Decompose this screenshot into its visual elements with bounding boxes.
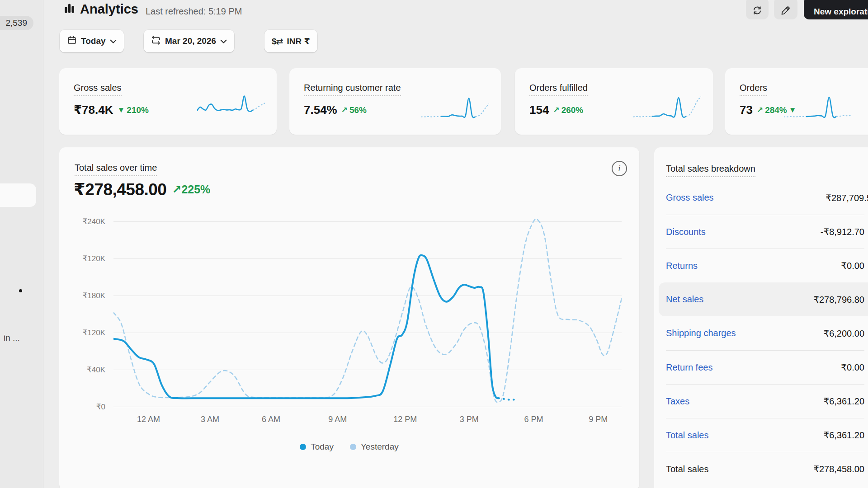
refresh-icon xyxy=(752,5,763,16)
calendar-icon xyxy=(67,35,77,47)
breakdown-row[interactable]: Returns ₹0.00 xyxy=(666,249,864,282)
breakdown-row-value: ₹6,361.20 xyxy=(823,396,864,407)
breakdown-row-label: Total sales xyxy=(666,464,709,474)
metric-value: 154 xyxy=(529,103,549,117)
trend-arrow-icon: ↗ xyxy=(341,105,348,115)
breakdown-row-label[interactable]: Gross sales xyxy=(666,192,714,203)
breakdown-title[interactable]: Total sales breakdown xyxy=(666,164,755,177)
chevron-down-icon xyxy=(220,36,227,46)
breakdown-row-value: ₹278,458.00 xyxy=(813,464,864,474)
metric-change: ▼ 210% xyxy=(117,105,150,115)
currency-button[interactable]: $⇄ INR ₹ xyxy=(264,30,317,52)
x-axis-tick: 3 PM xyxy=(460,415,479,424)
analytics-icon xyxy=(63,2,75,16)
breakdown-row-value: ₹287,709.50 xyxy=(826,192,868,203)
y-axis-tick: ₹120K xyxy=(67,328,105,338)
trend-arrow-icon: ↗ xyxy=(553,105,559,115)
pencil-icon xyxy=(780,5,791,16)
breakdown-row[interactable]: Shipping charges ₹6,200.00 xyxy=(666,316,864,350)
breakdown-row[interactable]: Total sales ₹278,458.00 xyxy=(666,452,864,486)
y-axis-tick: ₹180K xyxy=(67,291,105,300)
sparkline-chart xyxy=(197,94,265,122)
currency-label: INR ₹ xyxy=(287,36,310,47)
legend-label: Yesterday xyxy=(361,442,399,452)
sidebar-selected-item[interactable] xyxy=(0,183,36,207)
chart-change-badge: ↗225% xyxy=(172,183,210,196)
date-range-label: Today xyxy=(81,36,106,46)
metric-title[interactable]: Orders fulfilled xyxy=(529,83,588,96)
metric-title[interactable]: Returning customer rate xyxy=(304,83,401,96)
x-axis-tick: 3 AM xyxy=(201,415,219,424)
metric-card[interactable]: Orders fulfilled 154 ↗ 260% xyxy=(515,68,713,135)
breakdown-row[interactable]: Gross sales ₹287,709.50 xyxy=(666,181,864,215)
legend-dot-icon xyxy=(300,444,306,450)
compare-date-button[interactable]: Mar 20, 2026 xyxy=(144,30,234,52)
breakdown-row-label[interactable]: Taxes xyxy=(666,396,689,407)
metric-change: ↗ 260% xyxy=(553,105,585,115)
chart-total-value: ₹278,458.00 xyxy=(74,180,166,199)
total-sales-chart-card: Total sales over time i ₹278,458.00 ↗225… xyxy=(59,147,639,488)
legend-item[interactable]: Yesterday xyxy=(350,442,399,452)
y-axis-tick: ₹240K xyxy=(67,217,105,226)
info-icon[interactable]: i xyxy=(612,161,627,176)
sparkline-chart xyxy=(421,94,489,122)
breakdown-row[interactable]: Return fees ₹0.00 xyxy=(666,350,864,384)
breakdown-row[interactable]: Taxes ₹6,361.20 xyxy=(666,384,864,418)
metric-card[interactable]: Returning customer rate 7.54% ↗ 56% xyxy=(289,68,501,135)
breakdown-row-value: ₹0.00 xyxy=(841,362,864,373)
legend-item[interactable]: Today xyxy=(300,442,334,452)
breakdown-row-label[interactable]: Shipping charges xyxy=(666,328,736,338)
trend-arrow-icon: ↗ xyxy=(757,105,763,115)
breakdown-row[interactable]: Discounts -₹8,912.70 xyxy=(666,215,864,249)
sidebar-partial-label: in ... xyxy=(4,333,20,343)
breakdown-row-value: -₹8,912.70 xyxy=(821,226,864,237)
analytics-page: 2,539 in ... Analytics Last refreshed: 5… xyxy=(0,0,868,488)
breakdown-row-label[interactable]: Total sales xyxy=(666,430,709,441)
x-axis-tick: 6 PM xyxy=(524,415,543,424)
metric-title[interactable]: Gross sales xyxy=(74,83,122,96)
calendar-compare-icon xyxy=(151,35,161,47)
x-axis-tick: 6 AM xyxy=(262,415,280,424)
sparkline-chart xyxy=(633,94,701,122)
x-axis-tick: 9 PM xyxy=(589,415,608,424)
y-axis-tick: ₹0 xyxy=(67,402,105,412)
compare-date-label: Mar 20, 2026 xyxy=(165,36,216,46)
breakdown-row-label[interactable]: Net sales xyxy=(666,294,703,305)
breakdown-row-label[interactable]: Returns xyxy=(666,261,698,271)
sidebar-count-badge: 2,539 xyxy=(0,16,33,30)
last-refreshed-text: Last refreshed: 5:19 PM xyxy=(146,6,242,17)
breakdown-row-value: ₹6,200.00 xyxy=(823,328,864,339)
x-axis-tick: 12 AM xyxy=(137,415,160,424)
breakdown-row-value: ₹278,796.80 xyxy=(813,294,864,305)
metric-title[interactable]: Orders xyxy=(740,83,767,96)
page-title: Analytics xyxy=(80,2,138,17)
trend-arrow-icon: ▼ xyxy=(117,106,125,115)
breakdown-row[interactable]: Net sales ₹278,796.80 xyxy=(659,282,868,316)
refresh-button[interactable] xyxy=(746,0,769,19)
x-axis-tick: 9 AM xyxy=(328,415,347,424)
breakdown-row-value: ₹0.00 xyxy=(841,260,864,271)
edit-button[interactable] xyxy=(774,0,797,19)
chevron-down-icon xyxy=(110,36,117,46)
currency-convert-icon: $⇄ xyxy=(272,36,283,47)
chart-title[interactable]: Total sales over time xyxy=(75,163,157,176)
sales-line-chart[interactable] xyxy=(113,211,622,414)
date-range-button[interactable]: Today xyxy=(60,30,124,52)
legend-dot-icon xyxy=(350,444,356,450)
metric-change: ↗ 56% xyxy=(341,105,368,115)
y-axis-tick: ₹120K xyxy=(67,254,105,263)
chart-legend: TodayYesterday xyxy=(59,442,639,452)
breakdown-row-label[interactable]: Return fees xyxy=(666,362,712,373)
metric-value: 7.54% xyxy=(304,103,337,117)
sidebar: 2,539 in ... xyxy=(0,0,43,488)
metric-value: 73 xyxy=(740,103,753,117)
metric-card[interactable]: Gross sales ₹78.4K ▼ 210% xyxy=(59,68,277,135)
new-exploration-button[interactable]: New exploration xyxy=(804,0,868,19)
breakdown-row[interactable]: Total sales ₹6,361.20 xyxy=(666,418,864,452)
sidebar-bullet-icon xyxy=(19,289,22,292)
breakdown-row-label[interactable]: Discounts xyxy=(666,227,706,237)
header: Analytics Last refreshed: 5:19 PM xyxy=(63,2,242,17)
total-sales-breakdown-panel: Total sales breakdown Gross sales ₹287,7… xyxy=(654,147,868,488)
metric-card[interactable]: Orders 73 ↗ 284% ▼ xyxy=(725,68,868,135)
sparkline-chart xyxy=(784,94,852,122)
